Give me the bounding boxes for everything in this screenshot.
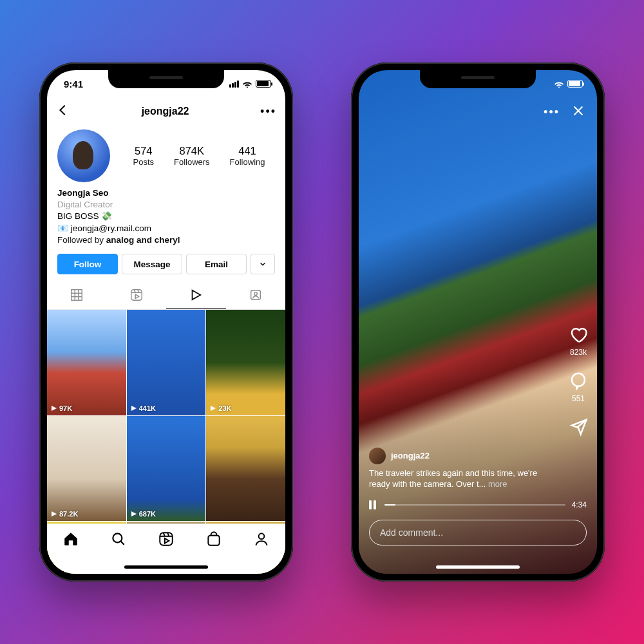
email-button[interactable]: Email [186,254,247,274]
tab-grid[interactable] [47,281,107,309]
stat-following[interactable]: 441 Following [230,145,265,167]
comment-input[interactable]: Add comment... [369,520,587,545]
video-more-button[interactable]: ••• [544,106,560,119]
profile-username-title: jeongja22 [142,106,189,117]
svg-rect-0 [71,290,82,301]
like-count: 823k [569,348,588,357]
grid-cell[interactable] [206,416,285,522]
svg-marker-17 [131,511,137,516]
caption-more[interactable]: more [486,479,507,489]
phone-right-frame: 9:41 ••• 823k [351,62,605,582]
battery-icon [256,80,271,88]
message-button[interactable]: Message [122,254,182,274]
stat-posts[interactable]: 574 Posts [133,145,154,167]
status-time: 9:41 [64,79,83,90]
wifi-icon [554,80,564,88]
author-username: jeongja22 [391,450,430,462]
followed-by[interactable]: Followed by analog and cheryl [57,234,275,246]
content-tabs [47,281,285,310]
video-author[interactable]: jeongja22 [369,448,552,464]
profile-screen: 9:41 jeongja22 ••• 574 [47,70,285,574]
profile-bio: Jeongja Seo Digital Creator BIG BOSS 💸 📧… [47,185,285,247]
video-duration: 4:34 [572,500,587,509]
notch [108,70,224,88]
svg-point-26 [259,533,265,539]
bio-name: Jeongja Seo [57,187,275,199]
bio-email[interactable]: 📧 jeongja@ry.mail.com [57,223,275,234]
video-progress[interactable]: 4:34 [369,500,587,509]
svg-marker-10 [193,290,201,299]
svg-marker-16 [52,511,57,516]
comment-button[interactable]: 551 [569,371,588,403]
follow-button[interactable]: Follow [57,254,118,274]
comment-count: 551 [569,394,588,403]
svg-point-12 [254,292,257,296]
home-indicator [124,565,208,569]
tab-video[interactable] [166,281,226,309]
tab-reels[interactable] [107,281,167,309]
grid-cell[interactable]: 687K [127,416,206,522]
svg-line-19 [120,541,124,544]
home-indicator [436,565,520,569]
nav-search[interactable] [110,531,127,547]
nav-home[interactable] [62,531,79,547]
pause-button[interactable] [369,500,378,509]
bio-line: BIG BOSS 💸 [57,211,275,222]
share-button[interactable] [569,417,588,439]
more-options-button[interactable]: ••• [260,105,276,118]
video-screen: 9:41 ••• 823k [359,70,597,574]
nav-reels[interactable] [158,531,175,547]
profile-avatar[interactable] [57,129,110,182]
like-button[interactable]: 823k [569,325,588,357]
grid-cell[interactable]: 87.2K [47,416,126,522]
tab-tagged[interactable] [226,281,286,309]
svg-point-18 [113,533,122,542]
notch [420,70,536,88]
svg-marker-14 [131,406,137,411]
bottom-nav [47,524,285,574]
suggestions-button[interactable] [251,254,275,274]
close-button[interactable] [571,104,585,120]
svg-point-29 [572,374,585,386]
progress-bar[interactable] [384,504,565,506]
svg-rect-25 [208,536,219,545]
wifi-icon [242,80,252,88]
nav-shop[interactable] [205,531,222,547]
nav-profile[interactable] [253,531,270,547]
video-content[interactable] [359,70,597,574]
author-avatar [369,448,386,464]
profile-nav: jeongja22 ••• [47,97,285,126]
svg-marker-24 [165,538,169,544]
comment-placeholder: Add comment... [380,527,443,538]
battery-icon [567,80,583,88]
stat-followers[interactable]: 874K Followers [174,145,210,167]
video-caption[interactable]: The traveler strikes again and this time… [369,468,552,490]
svg-marker-13 [52,406,57,411]
svg-marker-15 [211,406,216,411]
grid-cell[interactable]: 23K [206,310,285,415]
svg-marker-9 [135,294,139,298]
signal-icon [229,79,239,90]
back-button[interactable] [56,103,70,120]
grid-cell[interactable]: 97K [47,310,126,415]
bio-role: Digital Creator [57,199,275,211]
grid-cell[interactable]: 441K [127,310,206,415]
phone-left-frame: 9:41 jeongja22 ••• 574 [39,62,293,582]
